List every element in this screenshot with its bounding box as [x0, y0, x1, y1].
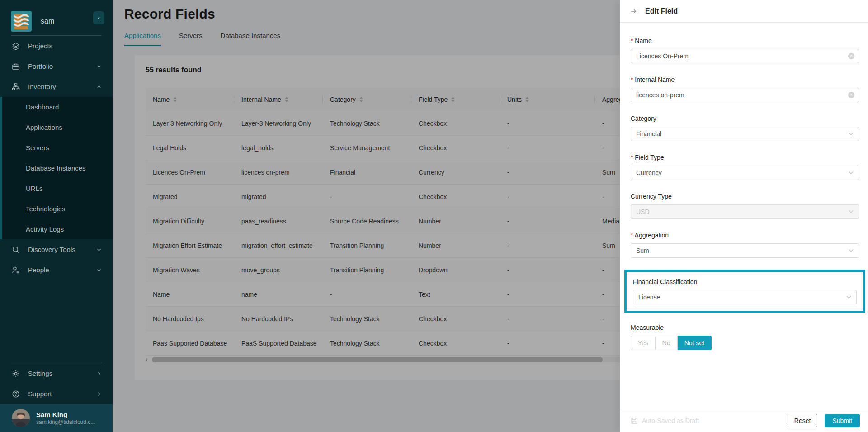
chevron-down-icon — [96, 247, 102, 252]
select-value: Currency — [636, 169, 662, 176]
drawer-mask[interactable] — [113, 0, 620, 432]
drawer-title: Edit Field — [645, 7, 678, 15]
chevron-down-icon — [849, 133, 854, 136]
field-measurable: Measurable Yes No Not set — [631, 323, 859, 350]
workspace-switcher[interactable]: sam ‹ — [0, 0, 113, 35]
field-label: Aggregation — [631, 231, 859, 240]
aggregation-select[interactable]: Sum — [631, 243, 859, 258]
submit-button[interactable]: Submit — [825, 414, 860, 427]
internal-name-input[interactable] — [631, 88, 859, 102]
measurable-yes-button[interactable]: Yes — [631, 336, 656, 350]
drawer-header: Edit Field — [620, 0, 868, 23]
sidebar-item-people[interactable]: People — [0, 260, 113, 280]
sidebar-item-label: Settings — [28, 370, 52, 377]
sidebar-item-support[interactable]: Support — [0, 384, 113, 404]
sidebar-item-urls[interactable]: URLs — [2, 178, 113, 199]
sidebar-item-label: Activity Logs — [26, 225, 64, 233]
sidebar-item-projects[interactable]: Projects — [0, 36, 113, 56]
sidebar-spacer — [0, 280, 113, 363]
chevron-right-icon — [96, 391, 102, 397]
sidebar-item-label: Applications — [26, 123, 62, 131]
select-value: Financial — [636, 130, 661, 138]
drawer-footer: Auto-Saved as Draft Reset Submit — [620, 409, 868, 432]
financial-classification-select[interactable]: License — [633, 290, 857, 304]
currency-type-select: USD — [631, 204, 859, 219]
reset-button[interactable]: Reset — [788, 414, 818, 427]
measurable-segmented-control: Yes No Not set — [631, 336, 712, 350]
field-type-select[interactable]: Currency — [631, 166, 859, 180]
field-aggregation: Aggregation Sum — [631, 231, 859, 258]
sidebar-item-label: Servers — [26, 144, 49, 152]
field-category: Category Financial — [631, 114, 859, 141]
sidebar-item-label: Portfolio — [28, 62, 53, 70]
question-circle-icon — [12, 389, 21, 399]
sidebar-item-label: Inventory — [28, 83, 56, 90]
avatar — [12, 409, 30, 427]
select-value: Sum — [636, 247, 649, 254]
sidebar-item-database-instances[interactable]: Database Instances — [2, 158, 113, 178]
field-label: Measurable — [631, 323, 859, 332]
field-label: Financial Classification — [633, 277, 857, 286]
sidebar-collapse-button[interactable]: ‹ — [93, 11, 104, 24]
sidebar-item-label: Database Instances — [26, 164, 86, 172]
name-input[interactable] — [631, 49, 859, 63]
edit-field-drawer: Edit Field Name ✕ Internal Name ✕ Catego… — [620, 0, 868, 432]
chevron-up-icon — [96, 84, 102, 90]
clear-icon[interactable]: ✕ — [848, 92, 854, 98]
sidebar-item-label: People — [28, 266, 49, 274]
drawer-body: Name ✕ Internal Name ✕ Category Financia… — [620, 23, 868, 350]
chevron-left-icon: ‹ — [98, 14, 99, 21]
gear-icon — [12, 369, 21, 378]
sidebar-item-discovery-tools[interactable]: Discovery Tools — [0, 239, 113, 260]
drawer-actions: Reset Submit — [788, 414, 860, 427]
tidal-logo-icon — [11, 11, 32, 32]
sidebar-item-inventory[interactable]: Inventory — [0, 76, 113, 97]
collapse-drawer-icon[interactable] — [631, 8, 638, 15]
chevron-down-icon — [96, 267, 102, 273]
chevron-down-icon — [846, 296, 851, 299]
field-label: Name — [631, 36, 859, 45]
chevron-down-icon — [849, 171, 854, 175]
sidebar-item-portfolio[interactable]: Portfolio — [0, 56, 113, 76]
sidebar-item-servers[interactable]: Servers — [2, 138, 113, 158]
category-select[interactable]: Financial — [631, 127, 859, 141]
user-email: sam.king@tidalcloud.c... — [36, 419, 95, 426]
user-profile[interactable]: Sam King sam.king@tidalcloud.c... — [0, 404, 113, 432]
clear-icon[interactable]: ✕ — [848, 53, 854, 59]
autosave-text: Auto-Saved as Draft — [642, 417, 699, 424]
field-financial-classification: Financial Classification License — [633, 277, 857, 304]
sidebar: sam ‹ Projects Portfolio — [0, 0, 113, 432]
sidebar-item-label: Projects — [28, 42, 52, 50]
search-icon — [12, 245, 21, 254]
chevron-right-icon — [96, 371, 102, 376]
chevron-down-icon — [96, 64, 102, 69]
field-label: Category — [631, 114, 859, 123]
select-value: License — [638, 294, 660, 301]
sidebar-item-label: Discovery Tools — [28, 246, 75, 253]
user-meta: Sam King sam.king@tidalcloud.c... — [36, 410, 95, 426]
select-value: USD — [636, 208, 650, 215]
measurable-no-button[interactable]: No — [656, 336, 678, 350]
sidebar-item-label: Dashboard — [26, 103, 59, 111]
field-label: Internal Name — [631, 75, 859, 84]
field-field-type: Field Type Currency — [631, 153, 859, 180]
user-name: Sam King — [36, 410, 95, 419]
measurable-not-set-button[interactable]: Not set — [678, 336, 712, 350]
layers-icon — [12, 42, 21, 51]
hierarchy-icon — [12, 82, 21, 91]
sidebar-item-applications[interactable]: Applications — [2, 117, 113, 138]
sidebar-item-settings[interactable]: Settings — [0, 363, 113, 384]
financial-classification-highlight: Financial Classification License — [624, 270, 865, 313]
user-gear-icon — [12, 266, 21, 275]
chevron-down-icon — [849, 249, 854, 252]
sidebar-item-label: URLs — [26, 185, 43, 192]
field-label: Currency Type — [631, 192, 859, 201]
sidebar-item-technologies[interactable]: Technologies — [2, 199, 113, 219]
field-label: Field Type — [631, 153, 859, 162]
sidebar-item-dashboard[interactable]: Dashboard — [2, 97, 113, 117]
sidebar-item-activity-logs[interactable]: Activity Logs — [2, 219, 113, 239]
sidebar-item-label: Technologies — [26, 205, 66, 213]
field-name: Name ✕ — [631, 36, 859, 63]
autosave-status: Auto-Saved as Draft — [631, 417, 699, 424]
sidebar-item-label: Support — [28, 390, 52, 398]
